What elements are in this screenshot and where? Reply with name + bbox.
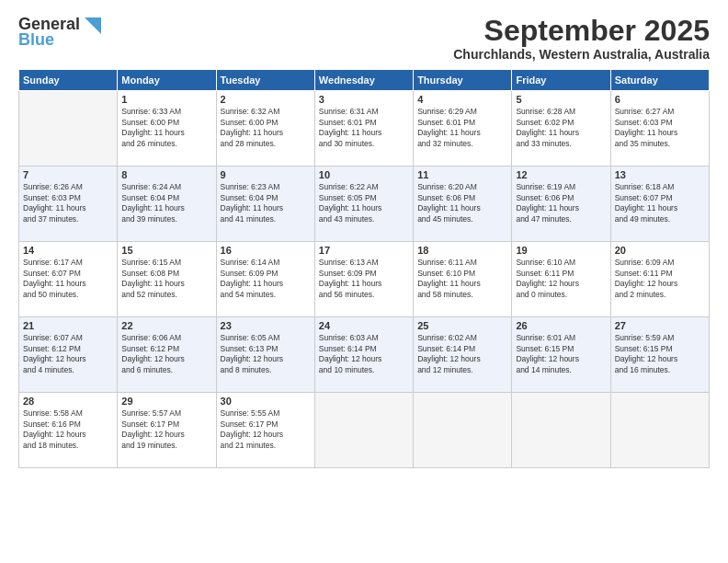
day-number: 29 bbox=[121, 396, 211, 407]
day-number: 22 bbox=[121, 320, 211, 331]
table-row: 10Sunrise: 6:22 AM Sunset: 6:05 PM Dayli… bbox=[314, 167, 413, 242]
month-title: September 2025 bbox=[453, 15, 710, 47]
table-row: 17Sunrise: 6:13 AM Sunset: 6:09 PM Dayli… bbox=[314, 242, 413, 317]
table-row bbox=[512, 393, 610, 468]
table-row bbox=[19, 91, 118, 167]
header-wednesday: Wednesday bbox=[314, 70, 413, 91]
header-sunday: Sunday bbox=[19, 70, 118, 91]
table-row: 2Sunrise: 6:32 AM Sunset: 6:00 PM Daylig… bbox=[216, 91, 314, 167]
table-row: 24Sunrise: 6:03 AM Sunset: 6:14 PM Dayli… bbox=[314, 317, 413, 393]
day-number: 15 bbox=[121, 245, 211, 256]
day-number: 21 bbox=[23, 320, 113, 331]
table-row bbox=[610, 393, 709, 468]
table-row bbox=[414, 393, 512, 468]
table-row: 19Sunrise: 6:10 AM Sunset: 6:11 PM Dayli… bbox=[512, 242, 610, 317]
day-info: Sunrise: 5:55 AM Sunset: 6:17 PM Dayligh… bbox=[221, 408, 311, 451]
day-info: Sunrise: 6:29 AM Sunset: 6:01 PM Dayligh… bbox=[417, 107, 507, 149]
day-number: 14 bbox=[23, 245, 113, 256]
table-row: 4Sunrise: 6:29 AM Sunset: 6:01 PM Daylig… bbox=[414, 91, 512, 167]
table-row: 7Sunrise: 6:26 AM Sunset: 6:03 PM Daylig… bbox=[19, 167, 118, 242]
day-number: 9 bbox=[221, 169, 311, 180]
day-info: Sunrise: 6:27 AM Sunset: 6:03 PM Dayligh… bbox=[615, 107, 705, 149]
day-number: 4 bbox=[417, 94, 507, 105]
calendar-table: Sunday Monday Tuesday Wednesday Thursday… bbox=[18, 69, 710, 468]
header-saturday: Saturday bbox=[610, 70, 709, 91]
day-number: 2 bbox=[221, 94, 311, 105]
table-row: 29Sunrise: 5:57 AM Sunset: 6:17 PM Dayli… bbox=[118, 393, 216, 468]
day-info: Sunrise: 6:01 AM Sunset: 6:15 PM Dayligh… bbox=[516, 333, 606, 375]
day-info: Sunrise: 6:19 AM Sunset: 6:06 PM Dayligh… bbox=[516, 182, 606, 224]
calendar-week-row: 14Sunrise: 6:17 AM Sunset: 6:07 PM Dayli… bbox=[19, 242, 710, 317]
day-number: 23 bbox=[221, 320, 311, 331]
day-number: 20 bbox=[615, 245, 705, 256]
calendar-week-row: 28Sunrise: 5:58 AM Sunset: 6:16 PM Dayli… bbox=[19, 393, 710, 468]
header-tuesday: Tuesday bbox=[216, 70, 314, 91]
day-number: 3 bbox=[319, 94, 409, 105]
logo-blue: Blue bbox=[18, 30, 54, 50]
table-row: 27Sunrise: 5:59 AM Sunset: 6:15 PM Dayli… bbox=[610, 317, 709, 393]
day-info: Sunrise: 6:10 AM Sunset: 6:11 PM Dayligh… bbox=[516, 258, 606, 300]
day-info: Sunrise: 6:18 AM Sunset: 6:07 PM Dayligh… bbox=[615, 182, 705, 224]
day-info: Sunrise: 6:31 AM Sunset: 6:01 PM Dayligh… bbox=[319, 107, 409, 149]
day-info: Sunrise: 6:13 AM Sunset: 6:09 PM Dayligh… bbox=[319, 258, 409, 300]
day-info: Sunrise: 6:11 AM Sunset: 6:10 PM Dayligh… bbox=[417, 258, 507, 300]
day-info: Sunrise: 6:26 AM Sunset: 6:03 PM Dayligh… bbox=[23, 182, 113, 224]
day-number: 26 bbox=[516, 320, 606, 331]
table-row: 5Sunrise: 6:28 AM Sunset: 6:02 PM Daylig… bbox=[512, 91, 610, 167]
calendar-week-row: 7Sunrise: 6:26 AM Sunset: 6:03 PM Daylig… bbox=[19, 167, 710, 242]
header-thursday: Thursday bbox=[414, 70, 512, 91]
table-row: 26Sunrise: 6:01 AM Sunset: 6:15 PM Dayli… bbox=[512, 317, 610, 393]
day-number: 1 bbox=[121, 94, 211, 105]
logo-arrow-icon bbox=[81, 17, 101, 34]
day-number: 12 bbox=[516, 169, 606, 180]
day-number: 19 bbox=[516, 245, 606, 256]
table-row: 18Sunrise: 6:11 AM Sunset: 6:10 PM Dayli… bbox=[414, 242, 512, 317]
header-monday: Monday bbox=[118, 70, 216, 91]
day-info: Sunrise: 6:02 AM Sunset: 6:14 PM Dayligh… bbox=[417, 333, 507, 375]
day-info: Sunrise: 6:32 AM Sunset: 6:00 PM Dayligh… bbox=[221, 107, 311, 149]
day-number: 27 bbox=[615, 320, 705, 331]
day-number: 13 bbox=[615, 169, 705, 180]
day-info: Sunrise: 5:57 AM Sunset: 6:17 PM Dayligh… bbox=[121, 408, 211, 451]
day-info: Sunrise: 6:28 AM Sunset: 6:02 PM Dayligh… bbox=[516, 107, 606, 149]
table-row: 6Sunrise: 6:27 AM Sunset: 6:03 PM Daylig… bbox=[610, 91, 709, 167]
table-row: 21Sunrise: 6:07 AM Sunset: 6:12 PM Dayli… bbox=[19, 317, 118, 393]
day-number: 17 bbox=[319, 245, 409, 256]
day-number: 24 bbox=[319, 320, 409, 331]
table-row: 23Sunrise: 6:05 AM Sunset: 6:13 PM Dayli… bbox=[216, 317, 314, 393]
day-info: Sunrise: 6:14 AM Sunset: 6:09 PM Dayligh… bbox=[221, 258, 311, 300]
header-friday: Friday bbox=[512, 70, 610, 91]
day-info: Sunrise: 6:20 AM Sunset: 6:06 PM Dayligh… bbox=[417, 182, 507, 224]
day-info: Sunrise: 6:23 AM Sunset: 6:04 PM Dayligh… bbox=[221, 182, 311, 224]
day-info: Sunrise: 5:59 AM Sunset: 6:15 PM Dayligh… bbox=[615, 333, 705, 375]
day-number: 8 bbox=[121, 169, 211, 180]
table-row: 9Sunrise: 6:23 AM Sunset: 6:04 PM Daylig… bbox=[216, 167, 314, 242]
day-info: Sunrise: 6:17 AM Sunset: 6:07 PM Dayligh… bbox=[23, 258, 113, 300]
table-row: 1Sunrise: 6:33 AM Sunset: 6:00 PM Daylig… bbox=[118, 91, 216, 167]
weekday-header-row: Sunday Monday Tuesday Wednesday Thursday… bbox=[19, 70, 710, 91]
day-info: Sunrise: 6:03 AM Sunset: 6:14 PM Dayligh… bbox=[319, 333, 409, 375]
day-info: Sunrise: 6:33 AM Sunset: 6:00 PM Dayligh… bbox=[121, 107, 211, 149]
table-row: 30Sunrise: 5:55 AM Sunset: 6:17 PM Dayli… bbox=[216, 393, 314, 468]
day-number: 5 bbox=[516, 94, 606, 105]
table-row: 12Sunrise: 6:19 AM Sunset: 6:06 PM Dayli… bbox=[512, 167, 610, 242]
day-number: 25 bbox=[417, 320, 507, 331]
table-row: 14Sunrise: 6:17 AM Sunset: 6:07 PM Dayli… bbox=[19, 242, 118, 317]
day-info: Sunrise: 6:24 AM Sunset: 6:04 PM Dayligh… bbox=[121, 182, 211, 224]
table-row: 15Sunrise: 6:15 AM Sunset: 6:08 PM Dayli… bbox=[118, 242, 216, 317]
table-row bbox=[314, 393, 413, 468]
calendar-week-row: 1Sunrise: 6:33 AM Sunset: 6:00 PM Daylig… bbox=[19, 91, 710, 167]
svg-marker-0 bbox=[85, 17, 101, 34]
day-number: 28 bbox=[23, 396, 113, 407]
table-row: 25Sunrise: 6:02 AM Sunset: 6:14 PM Dayli… bbox=[414, 317, 512, 393]
logo: General Blue bbox=[18, 15, 101, 50]
table-row: 28Sunrise: 5:58 AM Sunset: 6:16 PM Dayli… bbox=[19, 393, 118, 468]
day-number: 10 bbox=[319, 169, 409, 180]
table-row: 13Sunrise: 6:18 AM Sunset: 6:07 PM Dayli… bbox=[610, 167, 709, 242]
day-number: 18 bbox=[417, 245, 507, 256]
day-info: Sunrise: 6:06 AM Sunset: 6:12 PM Dayligh… bbox=[121, 333, 211, 375]
day-number: 11 bbox=[417, 169, 507, 180]
calendar-page: General Blue September 2025 Churchlands,… bbox=[0, 0, 728, 563]
table-row: 11Sunrise: 6:20 AM Sunset: 6:06 PM Dayli… bbox=[414, 167, 512, 242]
table-row: 22Sunrise: 6:06 AM Sunset: 6:12 PM Dayli… bbox=[118, 317, 216, 393]
